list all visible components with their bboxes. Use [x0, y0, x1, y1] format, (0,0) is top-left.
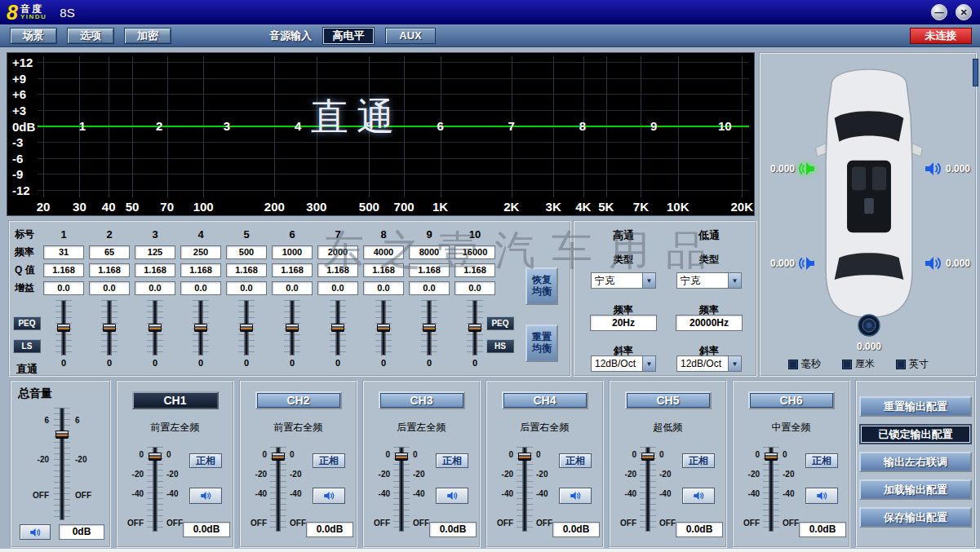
- output-config-button[interactable]: 加载输出配置: [859, 479, 972, 500]
- slider-handle[interactable]: [331, 324, 344, 332]
- slider-handle[interactable]: [55, 431, 69, 439]
- channel-gain-slider[interactable]: [147, 447, 163, 532]
- slider-handle[interactable]: [57, 324, 70, 332]
- front-left-speaker-icon[interactable]: [798, 160, 816, 178]
- restore-eq-button[interactable]: 恢复均衡: [525, 267, 558, 305]
- band-gain-slider[interactable]: [147, 300, 163, 355]
- channel-mute-button[interactable]: [559, 488, 592, 504]
- band-marker[interactable]: 1: [79, 119, 86, 133]
- band-gain-slider[interactable]: [467, 300, 483, 355]
- reset-eq-button[interactable]: 重置均衡: [525, 325, 558, 362]
- minimize-button[interactable]: —: [931, 4, 947, 20]
- high-level-source-button[interactable]: 高电平: [323, 28, 374, 44]
- close-button[interactable]: ✕: [956, 4, 972, 20]
- master-volume-slider[interactable]: [54, 408, 70, 520]
- band-gain-input[interactable]: [317, 281, 358, 295]
- slider-handle[interactable]: [641, 453, 654, 461]
- unit-option-cm[interactable]: 厘米: [842, 357, 875, 371]
- rear-left-speaker-icon[interactable]: [798, 254, 816, 272]
- channel-select-button[interactable]: CH6: [748, 391, 835, 409]
- dropdown-arrow-icon[interactable]: ▼: [642, 273, 655, 288]
- slider-handle[interactable]: [103, 324, 116, 332]
- unit-checkbox[interactable]: [842, 360, 852, 369]
- band-marker[interactable]: 3: [224, 119, 230, 133]
- channel-gain-slider[interactable]: [393, 447, 410, 532]
- channel-select-button[interactable]: CH5: [625, 391, 712, 409]
- channel-gain-slider[interactable]: [270, 447, 286, 532]
- channel-select-button[interactable]: CH4: [502, 391, 588, 409]
- band-frequency-input[interactable]: [226, 245, 267, 259]
- band-gain-slider[interactable]: [330, 300, 346, 355]
- band-gain-slider[interactable]: [238, 300, 255, 355]
- band-frequency-input[interactable]: [317, 245, 358, 259]
- highpass-type-select[interactable]: 宁克 ▼: [591, 272, 656, 289]
- band-frequency-input[interactable]: [363, 245, 404, 259]
- band-gain-input[interactable]: [89, 281, 130, 295]
- low-shelf-button[interactable]: LS: [13, 339, 41, 353]
- band-q-input[interactable]: [455, 263, 495, 277]
- band-marker[interactable]: 8: [579, 119, 586, 133]
- phase-button[interactable]: 正相: [436, 453, 468, 468]
- band-frequency-input[interactable]: [135, 245, 175, 259]
- band-frequency-input[interactable]: [272, 245, 313, 259]
- band-q-input[interactable]: [409, 263, 450, 277]
- slider-handle[interactable]: [423, 324, 436, 332]
- channel-select-button[interactable]: CH1: [132, 391, 219, 409]
- slider-handle[interactable]: [240, 324, 253, 332]
- rear-right-speaker-icon[interactable]: [924, 254, 942, 272]
- options-button[interactable]: 选项: [67, 28, 114, 44]
- band-gain-input[interactable]: [272, 281, 313, 295]
- band-q-input[interactable]: [226, 263, 267, 277]
- band-gain-input[interactable]: [409, 281, 450, 295]
- band-q-input[interactable]: [317, 263, 358, 277]
- band-q-input[interactable]: [180, 263, 221, 277]
- dropdown-arrow-icon[interactable]: ▼: [728, 273, 741, 288]
- peq-left-button[interactable]: PEQ: [13, 316, 41, 330]
- band-gain-slider[interactable]: [193, 300, 209, 355]
- band-q-input[interactable]: [89, 263, 130, 277]
- slider-handle[interactable]: [149, 453, 162, 461]
- channel-select-button[interactable]: CH3: [379, 391, 465, 409]
- scene-button[interactable]: 场景: [10, 28, 57, 44]
- band-marker[interactable]: 9: [650, 119, 657, 133]
- band-gain-slider[interactable]: [55, 300, 72, 355]
- band-frequency-input[interactable]: [89, 245, 130, 259]
- slider-handle[interactable]: [377, 324, 390, 332]
- scrollbar-thumb[interactable]: [973, 59, 978, 86]
- unit-option-ms[interactable]: 毫秒: [788, 357, 821, 371]
- channel-mute-button[interactable]: [189, 488, 222, 504]
- band-gain-slider[interactable]: [101, 300, 118, 355]
- band-q-input[interactable]: [43, 263, 84, 277]
- band-gain-slider[interactable]: [421, 300, 437, 355]
- dropdown-arrow-icon[interactable]: ▼: [728, 356, 741, 371]
- phase-button[interactable]: 正相: [805, 453, 838, 468]
- highpass-freq-input[interactable]: [590, 315, 657, 331]
- slider-handle[interactable]: [468, 324, 481, 332]
- highpass-slope-select[interactable]: 12dB/Oct ▼: [591, 355, 656, 372]
- master-mute-button[interactable]: [20, 524, 51, 540]
- band-marker[interactable]: 2: [156, 119, 162, 133]
- band-frequency-input[interactable]: [180, 245, 221, 259]
- slider-handle[interactable]: [194, 324, 207, 332]
- encrypt-button[interactable]: 加密: [124, 28, 171, 44]
- channel-mute-button[interactable]: [682, 488, 715, 504]
- unit-checkbox[interactable]: [788, 360, 798, 369]
- band-marker[interactable]: 7: [508, 119, 515, 133]
- dropdown-arrow-icon[interactable]: ▼: [642, 356, 655, 371]
- band-frequency-input[interactable]: [455, 245, 495, 259]
- band-gain-input[interactable]: [226, 281, 267, 295]
- eq-response-graph[interactable]: +12+9+6+30dB-3-6-9-12 12345678910 直通 203…: [7, 52, 755, 216]
- unit-checkbox[interactable]: [896, 360, 906, 369]
- phase-button[interactable]: 正相: [313, 453, 345, 468]
- phase-button[interactable]: 正相: [189, 453, 222, 468]
- channel-gain-slider[interactable]: [640, 447, 656, 532]
- unit-option-inch[interactable]: 英寸: [896, 357, 929, 371]
- band-q-input[interactable]: [272, 263, 313, 277]
- lowpass-freq-input[interactable]: [676, 315, 743, 331]
- band-marker[interactable]: 6: [437, 119, 443, 133]
- aux-source-button[interactable]: AUX: [385, 28, 436, 44]
- slider-handle[interactable]: [518, 453, 531, 461]
- output-config-button[interactable]: 重置输出配置: [859, 396, 972, 417]
- band-gain-slider[interactable]: [375, 300, 392, 355]
- lowpass-slope-select[interactable]: 12dB/Oct ▼: [676, 355, 742, 372]
